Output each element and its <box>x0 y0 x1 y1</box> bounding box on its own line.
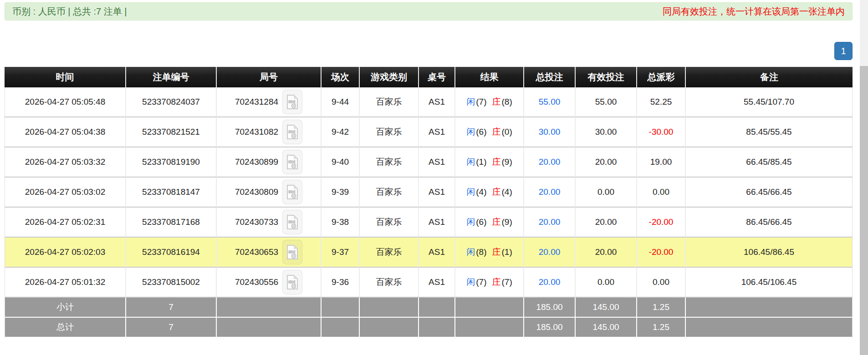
table-row: 2026-04-27 05:03:02523370818147702430809… <box>5 178 853 208</box>
total-bet-cell: 20.00 <box>524 178 576 208</box>
round-id-value: 702431082 <box>235 127 278 137</box>
round-id-value: 702430653 <box>235 247 278 257</box>
result-player-label: 闲 <box>466 187 475 197</box>
round-id-value: 702430733 <box>235 217 278 227</box>
total-bet-cell: 55.00 <box>524 87 576 117</box>
grand-total-total-bet-cell: 185.00 <box>524 318 576 338</box>
total-bet-cell: 30.00 <box>524 117 576 147</box>
bet-id-cell: 523370817168 <box>126 208 217 238</box>
subtotal-label-cell: 小计 <box>5 298 126 318</box>
video-file-icon <box>286 125 298 139</box>
header-round-id: 局号 <box>217 67 322 87</box>
video-file-icon <box>286 215 298 229</box>
result-player-points: (1) <box>476 157 486 167</box>
result-player-label: 闲 <box>466 157 475 167</box>
round-id-cell: 702430733 <box>217 208 322 238</box>
round-id-cell: 702431082 <box>217 117 322 147</box>
table-no-cell: AS1 <box>419 208 455 238</box>
game-type-cell: 百家乐 <box>360 178 419 208</box>
result-banker-label: 庄 <box>492 127 501 137</box>
table-row: 2026-04-27 05:01:32523370815002702430556… <box>5 268 853 298</box>
bet-table-body: 2026-04-27 05:05:48523370824037702431284… <box>5 87 853 338</box>
time-cell: 2026-04-27 05:01:32 <box>5 268 126 298</box>
round-video-button[interactable] <box>282 270 302 294</box>
result-banker-label: 庄 <box>492 277 501 287</box>
header-session: 场次 <box>322 67 360 87</box>
round-id-wrap: 702430899 <box>217 150 320 174</box>
table-no-cell: AS1 <box>419 117 455 147</box>
video-file-icon <box>286 275 298 289</box>
table-no-cell: AS1 <box>419 178 455 208</box>
subtotal-row: 小计7185.00145.001.25 <box>5 298 853 318</box>
bet-id-cell: 523370821521 <box>126 117 217 147</box>
valid-bet-note: 同局有效投注，统一计算在该局第一张注单内 <box>663 5 845 18</box>
remark-cell: 86.45/66.45 <box>686 208 853 238</box>
round-id-cell: 702430899 <box>217 147 322 178</box>
table-no-cell: AS1 <box>419 147 455 178</box>
round-id-cell: 702430556 <box>217 268 322 298</box>
game-type-cell: 百家乐 <box>360 268 419 298</box>
session-cell: 9-44 <box>322 87 360 117</box>
round-id-value: 702430809 <box>235 187 278 197</box>
result-banker-label: 庄 <box>492 157 501 167</box>
game-type-cell: 百家乐 <box>360 238 419 268</box>
round-video-button[interactable] <box>282 120 302 144</box>
bet-records-table: 时间注单编号局号场次游戏类别桌号结果总投注有效投注总派彩备注 2026-04-2… <box>5 67 853 338</box>
result-banker-label: 庄 <box>492 97 501 106</box>
result-player-label: 闲 <box>466 127 475 137</box>
session-cell: 9-37 <box>322 238 360 268</box>
result-cell: 闲(6)庄(0) <box>455 117 524 147</box>
subtotal-empty-remark-cell <box>686 298 853 318</box>
payout-cell: -30.00 <box>637 117 686 147</box>
header-valid-bet: 有效投注 <box>576 67 637 87</box>
pagination: 1 <box>5 42 853 60</box>
session-cell: 9-36 <box>322 268 360 298</box>
result-cell: 闲(4)庄(4) <box>455 178 524 208</box>
time-cell: 2026-04-27 05:02:03 <box>5 238 126 268</box>
grand-total-count-cell: 7 <box>126 318 217 338</box>
page-1-button[interactable]: 1 <box>834 42 853 60</box>
bet-id-cell: 523370819190 <box>126 147 217 178</box>
table-row: 2026-04-27 05:04:38523370821521702431082… <box>5 117 853 147</box>
round-video-button[interactable] <box>282 90 302 114</box>
scrollbar-thumb[interactable] <box>860 66 868 355</box>
valid-bet-cell: 20.00 <box>576 147 637 178</box>
valid-bet-cell: 20.00 <box>576 208 637 238</box>
result-banker-points: (4) <box>502 187 512 197</box>
round-video-button[interactable] <box>282 240 302 264</box>
round-id-wrap: 702430653 <box>217 240 320 264</box>
result-banker-label: 庄 <box>492 187 501 197</box>
header-payout: 总派彩 <box>637 67 686 87</box>
round-id-wrap: 702431284 <box>217 90 320 114</box>
result-cell: 闲(6)庄(9) <box>455 208 524 238</box>
header-total-bet: 总投注 <box>524 67 576 87</box>
session-cell: 9-39 <box>322 178 360 208</box>
result-player-points: (4) <box>476 187 486 197</box>
table-header-row: 时间注单编号局号场次游戏类别桌号结果总投注有效投注总派彩备注 <box>5 67 853 87</box>
header-remark: 备注 <box>686 67 853 87</box>
bet-id-cell: 523370816194 <box>126 238 217 268</box>
result-cell: 闲(7)庄(7) <box>455 268 524 298</box>
subtotal-empty-session-cell <box>322 298 360 318</box>
round-video-button[interactable] <box>282 150 302 174</box>
table-row: 2026-04-27 05:02:03523370816194702430653… <box>5 238 853 268</box>
time-cell: 2026-04-27 05:03:02 <box>5 178 126 208</box>
total-bet-cell: 20.00 <box>524 268 576 298</box>
time-cell: 2026-04-27 05:05:48 <box>5 87 126 117</box>
summary-info-bar: 币别 : 人民币 | 总共 :7 注单 | 同局有效投注，统一计算在该局第一张注… <box>5 2 853 20</box>
vertical-scrollbar[interactable] <box>860 0 868 355</box>
session-cell: 9-38 <box>322 208 360 238</box>
remark-cell: 55.45/107.70 <box>686 87 853 117</box>
header-bet-id: 注单编号 <box>126 67 217 87</box>
subtotal-empty-result-cell <box>455 298 524 318</box>
result-player-label: 闲 <box>466 97 475 106</box>
game-type-cell: 百家乐 <box>360 117 419 147</box>
video-file-icon <box>286 185 298 199</box>
round-video-button[interactable] <box>282 210 302 234</box>
round-video-button[interactable] <box>282 180 302 204</box>
remark-cell: 66.45/66.45 <box>686 178 853 208</box>
grand-total-empty-game-type-cell <box>360 318 419 338</box>
remark-cell: 106.45/86.45 <box>686 238 853 268</box>
round-id-cell: 702431284 <box>217 87 322 117</box>
total-bet-cell: 20.00 <box>524 147 576 178</box>
